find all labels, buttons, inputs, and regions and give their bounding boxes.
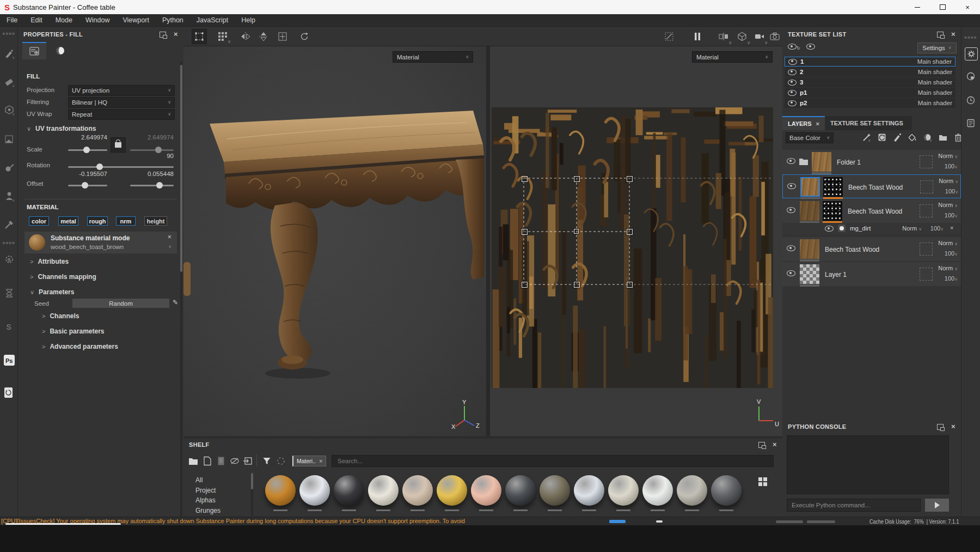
shelf-material-gold-honeycomb[interactable] [265,475,296,506]
material-mode-value[interactable]: wood_beech_toast_brown [51,244,124,250]
material-mode-box[interactable]: Substance material mode wood_beech_toast… [24,232,177,253]
material-picker-tool-icon[interactable] [0,219,18,230]
layer-name[interactable]: Beech Toast Wood [825,246,879,253]
projection-dropdown[interactable]: UV projection∨ [68,85,175,96]
gizmo-handle-br[interactable] [627,282,633,288]
close-panel-icon[interactable]: × [951,32,955,38]
add-effect-wand-icon[interactable]: ∨ [862,132,872,142]
texture-set-row[interactable]: p2Main shader [785,98,955,108]
shelf-category-all[interactable]: All [195,476,203,484]
advanced-parameters-group[interactable]: >Advanced parameters [42,343,118,350]
gizmo-handle-mr[interactable] [627,229,633,235]
blend-mode[interactable]: Norm∨ [936,153,958,159]
shelf-material-plaster[interactable] [608,475,639,506]
float-panel-icon[interactable] [937,424,944,430]
layer-thumbnail[interactable] [800,239,819,259]
layer-row-selected[interactable]: Beech Toast Wood Norm∨ 100∨ [782,174,961,198]
shelf-material-porcelain[interactable] [642,475,673,506]
layer-name[interactable]: Folder 1 [837,159,861,166]
shelf-filter-funnel-icon[interactable] [261,455,273,467]
mask-placeholder-box[interactable] [920,180,933,193]
menu-javascript[interactable]: JavaScript [197,16,228,24]
toggle-all-visibility-icon[interactable]: ↻ [788,44,800,51]
menu-window[interactable]: Window [85,16,109,24]
close-panel-icon[interactable]: × [951,424,955,430]
add-folder-icon[interactable] [938,132,948,142]
maximize-button[interactable] [930,0,955,14]
uv-transformations-group[interactable]: ∨UV transformations [27,125,96,132]
viewport-2d[interactable]: Material∨ V U [490,46,782,436]
parameters-group[interactable]: ∨Parameters [30,288,74,296]
gizmo-handle-bl[interactable] [522,282,528,288]
python-console-output[interactable] [787,435,949,494]
shelf-material-beige[interactable] [402,475,433,506]
python-command-input[interactable] [787,499,921,512]
dock-drag-handle[interactable]: ■■■■ [965,31,977,43]
layer-name[interactable]: Layer 1 [825,271,847,278]
history-clock-icon[interactable] [965,94,977,106]
layer-opacity[interactable]: 100∨ [936,250,958,257]
shelf-category-project[interactable]: Project [195,487,216,494]
offset-x-slider[interactable] [68,185,107,186]
layer-opacity[interactable]: 100∨ [936,188,958,195]
remove-effect-icon[interactable]: × [950,225,953,230]
close-panel-icon[interactable]: × [174,32,178,38]
layer-mask-thumbnail[interactable] [823,177,843,197]
eye-icon[interactable] [825,226,834,232]
rotation-value[interactable]: 90 [130,153,174,159]
filtering-dropdown[interactable]: Bilinear | HQ∨ [68,97,175,108]
eye-icon[interactable] [788,100,797,106]
texture-set-row[interactable]: 1Main shader [785,57,955,66]
mask-effect-row[interactable]: mg_dirt Norm∨ 100∨ × [782,223,961,234]
seed-random-button[interactable]: Random [72,299,169,308]
menu-python[interactable]: Python [162,16,183,24]
scale-lock-button[interactable] [111,137,126,153]
properties-scrollbar[interactable] [180,62,182,520]
eye-icon[interactable] [787,158,795,164]
texture-set-row[interactable]: 2Main shader [785,67,955,77]
shelf-document-icon[interactable] [215,455,227,467]
smudge-tool-icon[interactable] [0,162,18,174]
basic-parameters-group[interactable]: >Basic parameters [42,327,105,335]
shelf-material-slate[interactable] [711,475,742,506]
viewport-splitter[interactable] [486,46,490,436]
shelf-refresh-spinner-icon[interactable] [275,455,287,467]
filter-chip-materials[interactable]: Materi..× [292,456,326,466]
channels-mapping-group[interactable]: >Channels mapping [30,273,96,281]
float-panel-icon[interactable] [758,442,765,448]
photoshop-icon[interactable]: Ps [0,354,18,367]
uv-wrap-dropdown[interactable]: Repeat∨ [68,109,175,120]
shelf-material-white-leaf[interactable] [368,475,399,506]
layer-opacity[interactable]: 100∨ [936,275,958,282]
rotation-slider[interactable] [68,166,174,168]
rail-drag-handle[interactable]: ■■■■ [0,31,18,36]
resources-updater-icon[interactable] [0,386,18,399]
substance-gear-icon[interactable]: S [0,253,18,265]
channel-chip-height[interactable]: height [144,216,167,226]
shelf-new-resource-icon[interactable] [201,455,213,467]
gizmo-handle-tm[interactable] [574,176,580,182]
shelf-material-gold[interactable] [437,475,467,506]
polygon-fill-tool-icon[interactable] [0,134,18,145]
shelf-material-concrete[interactable] [677,475,707,506]
remove-filter-icon[interactable]: × [319,458,322,464]
menu-edit[interactable]: Edit [30,16,42,24]
layer-row[interactable]: Beech Toast Wood Norm∨ 100∨ [782,199,961,223]
layer-thumbnail-empty[interactable] [800,264,819,284]
blend-mode[interactable]: Norm∨ [936,178,958,184]
layer-thumbnail[interactable] [800,177,820,197]
shelf-search-input[interactable] [332,455,774,467]
eye-icon[interactable] [788,59,797,65]
layer-name[interactable]: Beech Toast Wood [848,208,902,215]
pause-engine-button[interactable] [690,29,705,44]
chevron-down-icon[interactable]: ∨ [168,245,171,249]
eye-icon[interactable] [788,90,797,96]
camera-view-button[interactable]: ∨ [752,29,767,44]
blend-mode[interactable]: Norm∨ [936,202,958,208]
eye-icon[interactable] [787,270,795,276]
eraser-tool-icon[interactable]: ∨ [0,76,18,88]
channel-chip-color[interactable]: color [29,216,49,226]
layer-name[interactable]: Beech Toast Wood [848,184,903,191]
layer-thumbnail[interactable] [812,152,831,172]
float-panel-icon[interactable] [160,32,166,38]
